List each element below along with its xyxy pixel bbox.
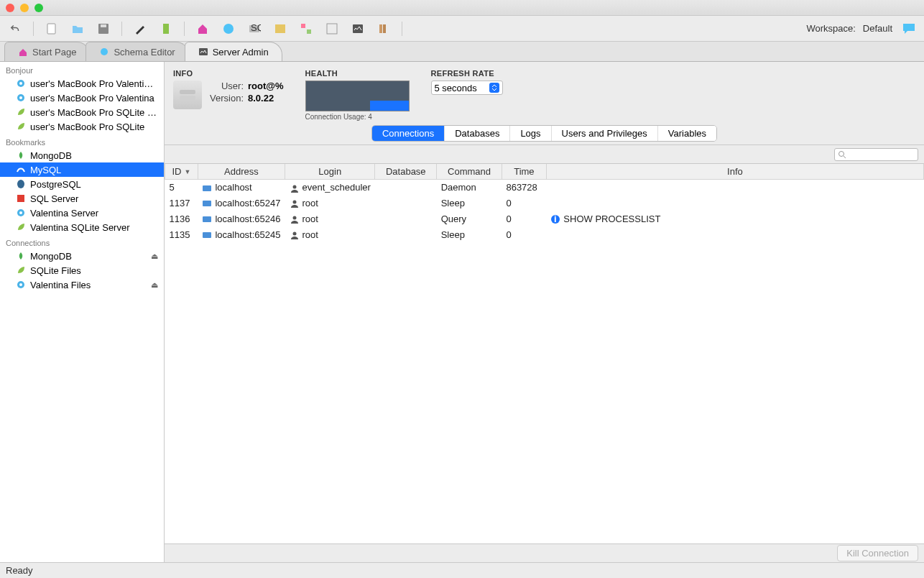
brush-icon <box>134 22 147 35</box>
sidebar-item[interactable]: user's MacBook Pro Valentina <box>0 91 164 105</box>
sidebar-item[interactable]: Valentina SQLite Server <box>0 220 164 234</box>
close-button[interactable] <box>6 4 14 12</box>
table-row[interactable]: 1136localhost:65246rootQuery0iSHOW PROCE… <box>165 211 924 227</box>
workspace-value[interactable]: Default <box>863 23 892 34</box>
sidebar-item-label: SQLite Files <box>30 265 81 276</box>
maximize-button[interactable] <box>34 4 43 12</box>
host-icon <box>202 214 212 224</box>
svg-point-23 <box>19 211 22 214</box>
main-toolbar: SQL Workspace: Default <box>0 16 924 42</box>
sidebar-section-header: Connections <box>0 234 164 249</box>
sidebar-item[interactable]: PostgreSQL <box>0 177 164 191</box>
svg-point-33 <box>292 201 296 204</box>
tab-server-admin[interactable]: Server Admin <box>185 42 282 61</box>
bookmark-button[interactable] <box>157 19 175 38</box>
column-header-database[interactable]: Database <box>375 164 437 180</box>
segment-variables[interactable]: Variables <box>658 126 716 141</box>
segment-connections[interactable]: Connections <box>372 126 445 141</box>
sidebar-item[interactable]: user's MacBook Pro SQLite <box>0 119 164 134</box>
monitor-icon <box>351 22 364 35</box>
eject-icon[interactable]: ⏏ <box>151 252 158 261</box>
cell-id: 1135 <box>165 227 198 243</box>
tab-start-page[interactable]: Start Page <box>4 42 90 61</box>
sidebar-item-label: MySQL <box>30 165 61 175</box>
home-icon <box>18 47 28 57</box>
view-segments: ConnectionsDatabasesLogsUsers and Privil… <box>371 125 717 142</box>
new-file-button[interactable] <box>42 19 61 38</box>
relations-button[interactable] <box>297 19 315 38</box>
svg-rect-26 <box>180 90 195 94</box>
cell-database <box>375 196 437 211</box>
column-header-id[interactable]: ID▼ <box>165 164 198 180</box>
version-label: Version: <box>208 93 244 104</box>
sidebar-item[interactable]: Valentina Server <box>0 206 164 220</box>
cell-id: 1136 <box>165 211 198 227</box>
sidebar-item[interactable]: Valentina Files⏏ <box>0 277 164 292</box>
cell-info <box>546 180 923 196</box>
data-button[interactable] <box>271 19 290 38</box>
svg-rect-27 <box>180 96 195 100</box>
kill-connection-button[interactable]: Kill Connection <box>837 545 918 561</box>
cell-info: iSHOW PROCESSLIST <box>546 211 923 227</box>
sidebar-item[interactable]: user's MacBook Pro Valentina (S... <box>0 76 164 91</box>
status-text: Ready <box>6 565 33 576</box>
undo-button[interactable] <box>6 19 24 38</box>
segment-logs[interactable]: Logs <box>510 126 551 141</box>
table-row[interactable]: 1135localhost:65245rootSleep0 <box>165 227 924 243</box>
cell-command: Daemon <box>437 180 502 196</box>
server-admin-button[interactable] <box>348 19 367 38</box>
tab-label: Server Admin <box>213 47 269 58</box>
feedback-button[interactable] <box>900 19 918 38</box>
column-header-time[interactable]: Time <box>502 164 546 180</box>
home-button[interactable] <box>193 19 212 38</box>
sql-button[interactable]: SQL <box>245 19 264 38</box>
svg-rect-12 <box>379 24 382 33</box>
table-row[interactable]: 1137localhost:65247rootSleep0 <box>165 196 924 211</box>
open-folder-button[interactable] <box>68 19 87 38</box>
cell-login: root <box>285 227 375 243</box>
info-heading: INFO <box>173 69 284 78</box>
cell-login: root <box>285 196 375 211</box>
cell-info <box>546 196 923 211</box>
library-button[interactable] <box>374 19 393 38</box>
refresh-rate-value: 5 seconds <box>435 83 486 93</box>
cell-time: 0 <box>502 211 546 227</box>
refresh-rate-select[interactable]: 5 seconds <box>431 81 503 95</box>
svg-rect-7 <box>275 24 285 33</box>
column-header-login[interactable]: Login <box>285 164 375 180</box>
refresh-block: REFRESH RATE 5 seconds <box>431 69 503 121</box>
health-heading: HEALTH <box>305 69 410 78</box>
svg-point-39 <box>292 232 296 236</box>
table-row[interactable]: 5localhostevent_schedulerDaemon863728 <box>165 180 924 196</box>
cell-time: 0 <box>502 227 546 243</box>
filter-icon <box>838 150 846 159</box>
sidebar-item[interactable]: MySQL <box>0 162 164 177</box>
filter-input[interactable] <box>834 148 918 161</box>
sidebar-item[interactable]: SQLite Files <box>0 263 164 277</box>
segment-users-and-privileges[interactable]: Users and Privileges <box>552 126 658 141</box>
svg-line-29 <box>844 156 846 158</box>
save-button[interactable] <box>94 19 113 38</box>
segment-databases[interactable]: Databases <box>445 126 510 141</box>
sidebar-item[interactable]: MongoDB⏏ <box>0 249 164 263</box>
schema-button[interactable] <box>219 19 238 38</box>
svg-point-19 <box>19 96 22 99</box>
tab-schema-editor[interactable]: Schema Editor <box>86 42 188 61</box>
file-icon <box>45 22 58 35</box>
svg-rect-10 <box>327 24 337 34</box>
column-header-command[interactable]: Command <box>437 164 502 180</box>
sidebar-item[interactable]: SQL Server <box>0 191 164 206</box>
eject-icon[interactable]: ⏏ <box>151 280 158 290</box>
health-caption: Connection Usage: 4 <box>305 113 410 121</box>
svg-rect-8 <box>301 24 305 28</box>
column-header-address[interactable]: Address <box>198 164 285 180</box>
brush-button[interactable] <box>131 19 149 38</box>
sidebar-item[interactable]: user's MacBook Pro SQLite (SSL) <box>0 105 164 119</box>
user-icon <box>290 198 300 208</box>
sidebar-item[interactable]: MongoDB <box>0 148 164 162</box>
user-icon <box>290 230 300 240</box>
column-header-info[interactable]: Info <box>546 164 923 180</box>
view-button[interactable] <box>323 19 341 38</box>
cell-address: localhost:65247 <box>198 196 285 211</box>
minimize-button[interactable] <box>20 4 29 12</box>
